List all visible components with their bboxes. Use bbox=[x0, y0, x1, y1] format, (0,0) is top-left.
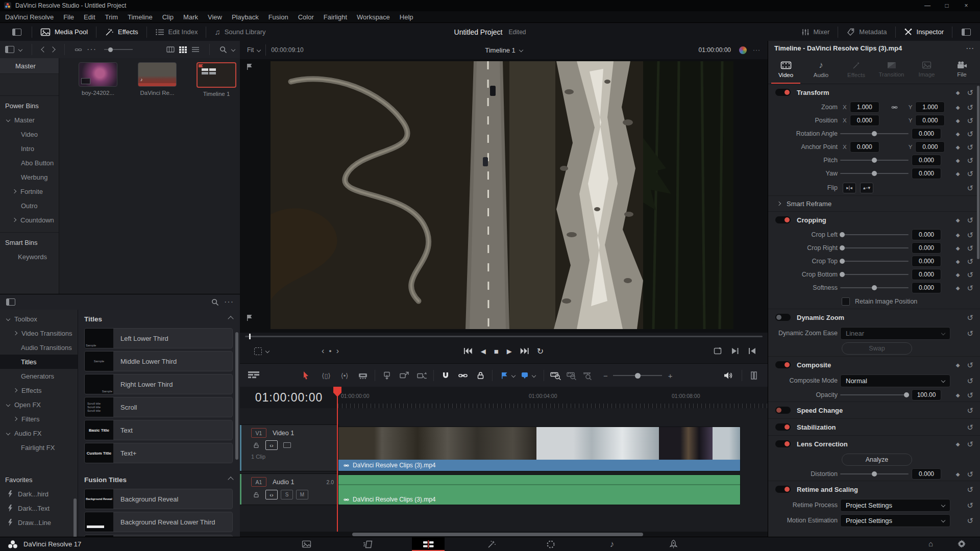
distortion-slider[interactable] bbox=[840, 473, 909, 474]
reset-icon[interactable]: ↺ bbox=[967, 271, 973, 279]
title-right-lower-third[interactable]: Sample Right Lower Third bbox=[84, 374, 233, 394]
keyframe-icon[interactable]: ◆ bbox=[956, 362, 960, 368]
more-icon[interactable]: ··· bbox=[753, 46, 761, 54]
effects-sidebar-toggle-icon[interactable] bbox=[6, 298, 15, 306]
audio-track-destination[interactable]: A1 bbox=[251, 477, 266, 487]
tab-image[interactable]: Image bbox=[909, 55, 944, 84]
media-pool-button[interactable]: Media Pool bbox=[40, 28, 88, 36]
overwrite-clip-icon[interactable] bbox=[398, 368, 411, 383]
reset-icon[interactable]: ↺ bbox=[967, 470, 973, 478]
menu-davinci-resolve[interactable]: DaVinci Resolve bbox=[5, 13, 54, 21]
forward-icon[interactable] bbox=[50, 46, 55, 52]
fx-audio-fx[interactable]: Audio FX bbox=[0, 426, 78, 440]
flag-icon[interactable] bbox=[498, 368, 511, 383]
timeline-name[interactable]: Timeline 1 bbox=[485, 46, 515, 54]
position-lock-icon[interactable] bbox=[474, 368, 487, 383]
loop-icon[interactable]: ↻ bbox=[537, 346, 544, 356]
keyframe-icon[interactable]: ◆ bbox=[956, 90, 960, 95]
reset-icon[interactable]: ↺ bbox=[967, 284, 973, 292]
reset-icon[interactable]: ↺ bbox=[967, 170, 973, 178]
search-icon[interactable] bbox=[219, 46, 227, 54]
title-text[interactable]: Basic Title Text bbox=[84, 420, 233, 440]
menu-fusion[interactable]: Fusion bbox=[268, 13, 288, 21]
replace-clip-icon[interactable] bbox=[415, 368, 428, 383]
sound-library-button[interactable]: ♫ Sound Library bbox=[214, 28, 265, 36]
title-left-lower-third[interactable]: Sample Left Lower Third bbox=[84, 328, 233, 348]
opacity-slider[interactable] bbox=[840, 394, 909, 395]
keyframe-icon[interactable]: ◆ bbox=[956, 217, 960, 223]
jog-right-icon[interactable]: › bbox=[336, 346, 339, 356]
softness-slider[interactable] bbox=[840, 287, 909, 288]
menu-view[interactable]: View bbox=[208, 13, 222, 21]
composite-mode-select[interactable]: Normal bbox=[840, 374, 950, 387]
reset-icon[interactable]: ↺ bbox=[967, 361, 973, 369]
auto-select-icon[interactable]: ‹› bbox=[265, 490, 278, 499]
tab-transition[interactable]: Transition bbox=[874, 55, 909, 84]
fx-video-transitions[interactable]: Video Transitions bbox=[0, 326, 78, 340]
crop-right-input[interactable]: 0.000 bbox=[912, 242, 941, 254]
tab-effects[interactable]: Effects bbox=[839, 55, 874, 84]
menu-color[interactable]: Color bbox=[298, 13, 314, 21]
reset-icon[interactable]: ↺ bbox=[967, 104, 973, 111]
timeline-ruler[interactable]: 01:00:00:00 01:00:00:00 01:00:04:00 01:0… bbox=[240, 387, 768, 409]
retime-scaling-toggle[interactable] bbox=[775, 486, 791, 493]
rotation-input[interactable]: 0.000 bbox=[912, 128, 941, 139]
reset-icon[interactable]: ↺ bbox=[967, 89, 973, 96]
flip-vertical-button[interactable]: ▴–▾ bbox=[860, 183, 873, 193]
chevron-down-icon[interactable] bbox=[257, 48, 261, 52]
settings-gear-icon[interactable] bbox=[958, 540, 966, 548]
jog-dot-icon[interactable]: ● bbox=[329, 348, 331, 354]
mixer-button[interactable]: Mixer bbox=[801, 28, 830, 36]
titles-scrollbar[interactable] bbox=[235, 332, 238, 460]
dynamic-zoom-ease-select[interactable]: Linear bbox=[840, 327, 950, 340]
power-bin-outro[interactable]: Outro bbox=[0, 198, 59, 213]
search-options-chevron-icon[interactable] bbox=[231, 47, 235, 52]
go-to-end-icon[interactable] bbox=[520, 348, 529, 354]
selection-mode-icon[interactable] bbox=[299, 368, 312, 383]
audio-monitor-icon[interactable] bbox=[721, 368, 734, 383]
zoom-x-input[interactable]: 1.000 bbox=[850, 102, 879, 113]
reset-icon[interactable]: ↺ bbox=[967, 377, 973, 385]
viewer-flag-icon[interactable] bbox=[246, 63, 253, 70]
audio-track-header[interactable]: A1 Audio 1 2.0 ‹› S M bbox=[240, 473, 338, 505]
analyze-button[interactable]: Analyze bbox=[842, 454, 912, 466]
menu-timeline[interactable]: Timeline bbox=[128, 13, 153, 21]
pitch-input[interactable]: 0.000 bbox=[912, 155, 941, 166]
power-bin-intro[interactable]: Intro bbox=[0, 141, 59, 156]
menu-help[interactable]: Help bbox=[400, 13, 413, 21]
yaw-input[interactable]: 0.000 bbox=[912, 168, 941, 179]
fx-filters[interactable]: Filters bbox=[0, 412, 78, 426]
smart-reframe-row[interactable]: Smart Reframe bbox=[768, 195, 980, 211]
keyframe-icon[interactable]: ◆ bbox=[956, 245, 960, 251]
keyframe-icon[interactable]: ◆ bbox=[956, 392, 960, 398]
scrub-playhead[interactable] bbox=[249, 334, 251, 339]
safe-area-icon[interactable] bbox=[254, 347, 262, 355]
fusion-title-background-reveal-lower-third[interactable]: Background Reveal Lower Third bbox=[84, 512, 233, 532]
go-to-start-icon[interactable] bbox=[464, 348, 473, 354]
retime-process-select[interactable]: Project Settings bbox=[840, 499, 950, 512]
keyframe-icon[interactable]: ◆ bbox=[956, 158, 960, 163]
crop-right-slider[interactable] bbox=[840, 247, 909, 248]
effects-button[interactable]: Effects bbox=[105, 28, 138, 36]
page-media[interactable] bbox=[290, 537, 323, 551]
play-icon[interactable]: ▶ bbox=[507, 347, 512, 355]
motion-estimation-select[interactable]: Project Settings bbox=[840, 514, 950, 527]
minimize-button[interactable]: — bbox=[918, 2, 937, 9]
link-xy-icon[interactable] bbox=[891, 104, 898, 111]
fx-open-fx[interactable]: Open FX bbox=[0, 397, 78, 412]
bin-list-toggle-icon[interactable] bbox=[5, 46, 14, 53]
title-text-plus[interactable]: Custom Title Text+ bbox=[84, 443, 233, 463]
reset-icon[interactable]: ↺ bbox=[967, 407, 973, 414]
viewer-marker-icon[interactable] bbox=[246, 314, 253, 321]
keyframe-icon[interactable]: ◆ bbox=[956, 144, 960, 150]
keyframe-icon[interactable]: ◆ bbox=[956, 471, 960, 477]
crop-left-slider[interactable] bbox=[840, 234, 909, 235]
reset-icon[interactable]: ↺ bbox=[967, 440, 973, 448]
keyframe-icon[interactable]: ◆ bbox=[956, 285, 960, 291]
strip-view-icon[interactable] bbox=[166, 46, 175, 53]
hscrollbar-thumb[interactable] bbox=[352, 533, 643, 536]
page-fairlight[interactable]: ♪ bbox=[596, 537, 628, 551]
menu-mark[interactable]: Mark bbox=[183, 13, 198, 21]
media-clip-boy[interactable]: boy-24202... bbox=[75, 62, 121, 96]
menu-file[interactable]: File bbox=[63, 13, 74, 21]
